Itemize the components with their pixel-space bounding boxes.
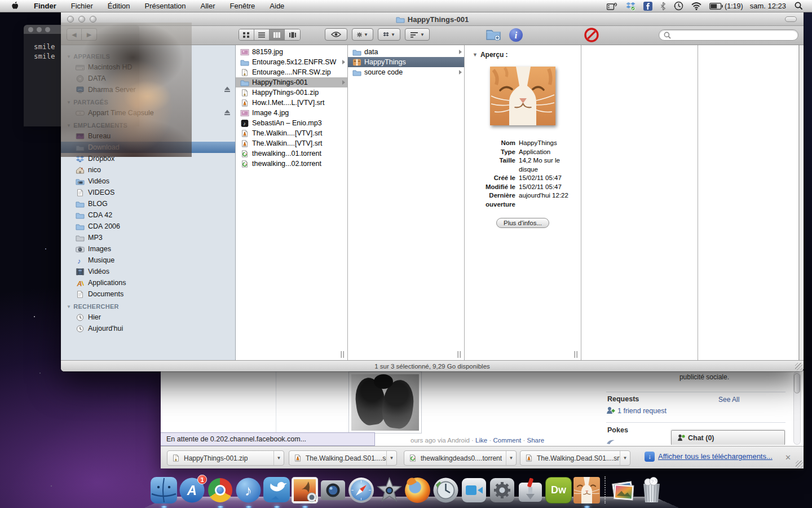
facebook-post-photo[interactable] — [348, 371, 422, 433]
sidebar-section-rechercher[interactable]: ▼RECHERCHER — [61, 300, 235, 312]
sidebar-item-aujourd-hui[interactable]: Aujourd'hui — [61, 323, 235, 334]
file-image-4-jpg[interactable]: Image 4.jpg — [236, 108, 347, 118]
sidebar-item-cda-42[interactable]: CDA 42 — [61, 209, 235, 221]
share-link[interactable]: Share — [527, 437, 545, 444]
page-scrollbar[interactable] — [793, 371, 801, 445]
download-item-happythings-001-zip[interactable]: HappyThings-001.zip▼ — [167, 450, 284, 466]
search-field[interactable] — [659, 29, 798, 41]
spotlight-icon[interactable] — [791, 0, 812, 12]
file-sebastian-enio-mp3[interactable]: ♪SebastiAn – Enio.mp3 — [236, 118, 347, 128]
scrollbar-thumb[interactable] — [794, 373, 800, 393]
dropbox-menu-button[interactable]: ▼ — [378, 28, 400, 41]
see-all-link[interactable]: See All — [718, 396, 739, 404]
prohibit-button[interactable] — [584, 28, 599, 42]
download-item-the-walking-dead-s01-srt[interactable]: The.Walking.Dead.S01....srt▼ — [289, 450, 397, 466]
file-data[interactable]: data — [348, 47, 464, 57]
new-folder-button[interactable] — [485, 28, 502, 41]
dock-icon-time-machine[interactable] — [433, 477, 459, 503]
sidebar-item-images[interactable]: Images — [61, 243, 235, 255]
column-view-button[interactable] — [270, 29, 285, 40]
bluetooth-icon[interactable] — [656, 0, 670, 12]
download-menu-caret[interactable]: ▼ — [620, 451, 630, 465]
coverflow-view-button[interactable] — [285, 29, 300, 40]
sidebar-item-hier[interactable]: Hier — [61, 312, 235, 323]
apple-menu[interactable] — [0, 1, 27, 11]
resize-grip[interactable] — [796, 461, 803, 468]
sidebar-item-documents[interactable]: Documents — [61, 288, 235, 300]
file-happythings[interactable]: HappyThings — [348, 57, 464, 67]
disclosure-triangle[interactable]: ▼ — [473, 52, 478, 58]
download-item-the-walking-dead-s01-srt[interactable]: The.Walking.Dead.S01....srt▼ — [520, 450, 630, 466]
download-menu-caret[interactable]: ▼ — [506, 451, 516, 465]
dock-icon-app-store[interactable]: A1 — [179, 477, 205, 503]
battery-time[interactable]: (1:19) — [725, 2, 745, 10]
dock-icon-trash[interactable] — [638, 477, 665, 503]
window-resize-grip[interactable] — [795, 363, 802, 370]
column-resize-handle[interactable] — [341, 351, 346, 358]
menu-finder[interactable]: Finder — [27, 0, 64, 12]
sidebar-item-videos[interactable]: VIDEOS — [61, 187, 235, 198]
icon-view-button[interactable] — [239, 29, 254, 40]
disclosure-triangle[interactable]: ▼ — [67, 304, 71, 309]
sidebar-item-applications[interactable]: AApplications — [61, 277, 235, 288]
file-how-i-met-l-vtv-srt[interactable]: How.I.Met....L.[VTV].srt — [236, 98, 347, 108]
comment-link[interactable]: Comment — [493, 437, 521, 444]
dock-icon-firefox[interactable] — [404, 477, 431, 503]
get-info-button[interactable]: i — [509, 28, 523, 42]
dock-icon-happythings[interactable] — [573, 477, 600, 503]
dock-icon-transmission[interactable] — [517, 477, 544, 503]
window-scrollbar-track[interactable] — [799, 45, 804, 360]
sidebar-item-mp3[interactable]: MP3 — [61, 232, 235, 243]
dock-icon-safari[interactable] — [348, 477, 374, 503]
menu-aller[interactable]: Aller — [193, 0, 223, 12]
file-88159-jpg[interactable]: 88159.jpg — [236, 47, 347, 57]
dock-icon-facetime[interactable] — [461, 477, 487, 503]
file-the-walkin-vtv-srt[interactable]: The.Walkin....[VTV].srt — [236, 138, 347, 148]
download-menu-caret[interactable]: ▼ — [386, 451, 396, 465]
sidebar-item-musique[interactable]: ♪Musique — [61, 255, 235, 266]
dock-icon-image-capture[interactable] — [320, 477, 346, 503]
close-shelf-icon[interactable]: ✕ — [785, 453, 791, 462]
toolbar-toggle-button[interactable] — [785, 16, 797, 22]
file-entourage-nfr-sw-zip[interactable]: Entourage....NFR.SW.zip — [236, 67, 347, 77]
sidebar-item-nico[interactable]: nico — [61, 164, 235, 176]
show-all-downloads-link[interactable]: Afficher tous les téléchargements... — [658, 452, 773, 461]
sidebar-item-vid-os[interactable]: Vidéos — [61, 266, 235, 277]
action-menu-button[interactable]: ▼ — [352, 28, 373, 41]
eject-button[interactable] — [223, 86, 232, 95]
file-thewalking-01-torrent[interactable]: thewalking...01.torrent — [236, 148, 347, 159]
like-link[interactable]: Like — [475, 437, 487, 444]
eject-button[interactable] — [223, 109, 232, 118]
dock-icon-downloads-stack[interactable] — [610, 477, 637, 503]
dropbox-status-icon[interactable] — [622, 0, 639, 12]
wifi-icon[interactable] — [687, 0, 705, 12]
download-item-thewalkingdeads0-torrent[interactable]: thewalkingdeads0....torrent▼ — [404, 450, 517, 466]
menu-fen-tre[interactable]: Fenêtre — [223, 0, 263, 12]
file-happythings-001[interactable]: HappyThings-001 — [236, 77, 347, 87]
menu-pr-sentation[interactable]: Présentation — [138, 0, 193, 12]
menu-fichier[interactable]: Fichier — [64, 0, 100, 12]
file-thewalking-02-torrent[interactable]: thewalking...02.torrent — [236, 159, 347, 169]
battery-icon[interactable] — [705, 0, 725, 12]
chat-bar[interactable]: Chat (0) — [671, 430, 785, 445]
dock-icon-twitter[interactable] — [263, 477, 290, 503]
file-source-code[interactable]: source code — [348, 67, 464, 77]
sidebar-item-blog[interactable]: BLOG — [61, 198, 235, 209]
download-menu-caret[interactable]: ▼ — [273, 451, 284, 465]
eyetv-status-icon[interactable] — [603, 0, 622, 12]
sidebar-item-cda-2006[interactable]: CDA 2006 — [61, 221, 235, 232]
column-resize-handle[interactable] — [457, 351, 462, 358]
dock-icon-system-preferences[interactable] — [489, 477, 515, 503]
menubar-clock[interactable]: sam. 12:23 — [745, 2, 791, 10]
dock-icon-itunes[interactable]: ♪ — [235, 477, 262, 503]
arrange-menu-button[interactable]: ▼ — [405, 28, 430, 41]
dock-icon-iphoto[interactable] — [292, 477, 318, 503]
file-entourage-5x12-enfr-sw[interactable]: Entourage.5x12.ENFR.SW — [236, 57, 347, 67]
file-happythings-001-zip[interactable]: HappyThings-001.zip — [236, 87, 347, 98]
more-info-button[interactable]: Plus d'infos... — [496, 218, 549, 228]
time-machine-icon[interactable] — [670, 0, 687, 12]
dock-icon-chrome[interactable] — [207, 477, 233, 503]
dock-icon-dreamweaver[interactable]: Dw — [545, 477, 572, 503]
column-resize-handle[interactable] — [574, 351, 579, 358]
list-view-button[interactable] — [254, 29, 270, 40]
